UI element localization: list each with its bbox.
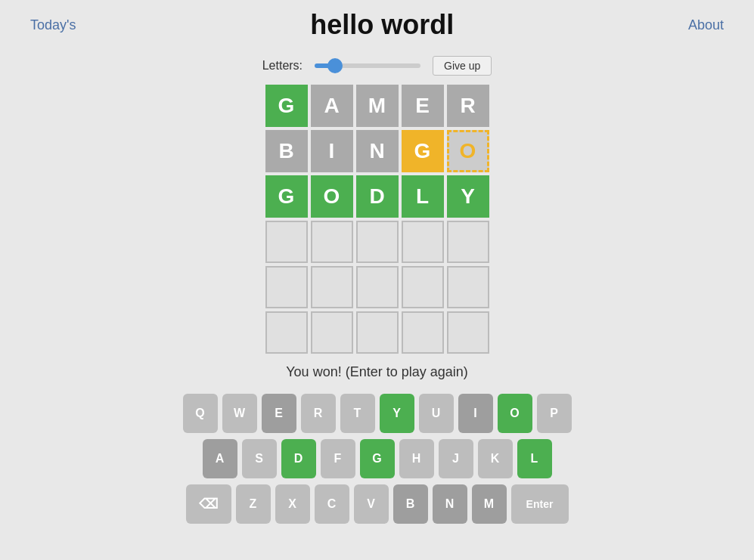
grid-cell: D (356, 175, 399, 218)
key-⌫[interactable]: ⌫ (186, 484, 231, 524)
grid-cell (402, 221, 444, 263)
key-p[interactable]: P (537, 394, 572, 433)
word-grid: GAMERBINGOGODLY (0, 85, 754, 354)
key-s[interactable]: S (242, 439, 277, 478)
letters-slider[interactable] (315, 63, 420, 68)
todays-link[interactable]: Today's (30, 17, 76, 33)
grid-cell: A (311, 85, 353, 127)
grid-cell: G (265, 85, 308, 127)
key-l[interactable]: L (517, 439, 552, 478)
page-title: hello wordl (310, 9, 454, 41)
grid-cell: G (402, 130, 444, 172)
grid-cell: I (311, 130, 353, 172)
key-n[interactable]: N (433, 484, 467, 524)
grid-cell (265, 266, 308, 308)
about-link[interactable]: About (688, 17, 724, 33)
key-r[interactable]: R (301, 394, 336, 433)
grid-cell (447, 311, 489, 354)
grid-cell (356, 311, 399, 354)
grid-cell: L (402, 175, 444, 218)
grid-cell (356, 221, 399, 263)
key-h[interactable]: H (399, 439, 434, 478)
give-up-button[interactable]: Give up (433, 56, 492, 76)
grid-cell: O (447, 130, 489, 172)
key-f[interactable]: F (321, 439, 355, 478)
key-x[interactable]: X (275, 484, 310, 524)
grid-cell: M (356, 85, 399, 127)
key-c[interactable]: C (315, 484, 349, 524)
key-m[interactable]: M (472, 484, 507, 524)
key-enter[interactable]: Enter (511, 484, 569, 524)
key-i[interactable]: I (458, 394, 493, 433)
key-z[interactable]: Z (236, 484, 271, 524)
keyboard-row-2: ⌫ZXCVBNMEnter (186, 484, 569, 524)
grid-cell: N (356, 130, 399, 172)
grid-cell: E (402, 85, 444, 127)
key-e[interactable]: E (262, 394, 296, 433)
key-u[interactable]: U (419, 394, 454, 433)
key-a[interactable]: A (203, 439, 237, 478)
key-j[interactable]: J (439, 439, 473, 478)
keyboard-row-0: QWERTYUIOP (183, 394, 572, 433)
grid-cell (311, 266, 353, 308)
grid-cell (311, 221, 353, 263)
grid-cell (265, 221, 308, 263)
grid-cell (402, 311, 444, 354)
key-t[interactable]: T (340, 394, 375, 433)
grid-cell (265, 311, 308, 354)
controls-bar: Letters: Give up (0, 56, 754, 76)
key-g[interactable]: G (360, 439, 395, 478)
grid-cell (402, 266, 444, 308)
keyboard-row-1: ASDFGHJKL (203, 439, 552, 478)
grid-cell: Y (447, 175, 489, 218)
win-message: You won! (Enter to play again) (0, 364, 754, 380)
grid-cell (447, 221, 489, 263)
grid-cell (311, 311, 353, 354)
key-b[interactable]: B (393, 484, 428, 524)
key-k[interactable]: K (478, 439, 513, 478)
key-o[interactable]: O (498, 394, 532, 433)
key-d[interactable]: D (281, 439, 316, 478)
grid-cell: R (447, 85, 489, 127)
key-q[interactable]: Q (183, 394, 218, 433)
key-y[interactable]: Y (380, 394, 414, 433)
grid-cell (447, 266, 489, 308)
grid-cell (356, 266, 399, 308)
grid-cell: B (265, 130, 308, 172)
grid-cell: G (265, 175, 308, 218)
letters-label: Letters: (262, 59, 303, 73)
key-w[interactable]: W (222, 394, 257, 433)
keyboard: QWERTYUIOPASDFGHJKL⌫ZXCVBNMEnter (0, 394, 754, 524)
key-v[interactable]: V (354, 484, 389, 524)
grid-cell: O (311, 175, 353, 218)
